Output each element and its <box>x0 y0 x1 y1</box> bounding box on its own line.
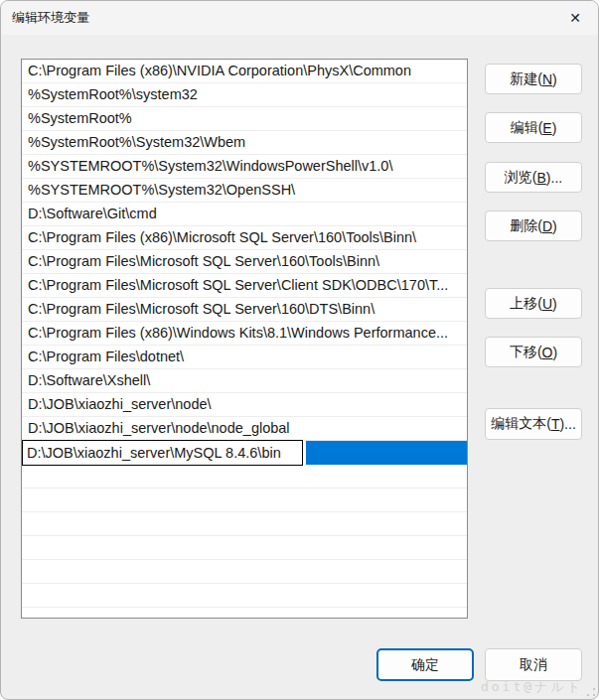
path-list[interactable]: C:\Program Files (x86)\NVIDIA Corporatio… <box>21 59 468 619</box>
list-item[interactable]: %SystemRoot%\system32 <box>22 83 467 107</box>
list-item[interactable]: %SystemRoot%\System32\Wbem <box>22 131 467 155</box>
button-label: ) <box>552 218 557 234</box>
button-label: 上移( <box>510 295 542 313</box>
button-label: 确定 <box>411 656 439 674</box>
list-item[interactable]: %SYSTEMROOT%\System32\OpenSSH\ <box>22 179 467 203</box>
empty-row <box>22 489 467 512</box>
delete-button[interactable]: 删除(D) <box>485 210 582 241</box>
button-label: 取消 <box>520 656 547 674</box>
button-label: 编辑文本( <box>491 415 551 433</box>
button-label: )... <box>546 170 562 186</box>
empty-row <box>22 512 467 536</box>
list-item[interactable]: C:\Program Files (x86)\Windows Kits\8.1\… <box>22 322 467 346</box>
move-down-button[interactable]: 下移(O) <box>485 337 582 367</box>
list-item[interactable]: C:\Program Files\Microsoft SQL Server\Cl… <box>22 274 467 298</box>
browse-button[interactable]: 浏览(B)... <box>485 162 582 193</box>
list-item[interactable]: C:\Program Files (x86)\Microsoft SQL Ser… <box>22 226 467 250</box>
list-item[interactable]: C:\Program Files (x86)\NVIDIA Corporatio… <box>22 60 467 83</box>
move-up-button[interactable]: 上移(U) <box>485 288 582 319</box>
title-bar: 编辑环境变量 <box>1 1 598 35</box>
cancel-button[interactable]: 取消 <box>485 648 582 681</box>
list-item[interactable]: D:\Software\Git\cmd <box>22 203 467 226</box>
button-label: ) <box>552 345 557 360</box>
selection-highlight <box>306 441 467 465</box>
access-key: N <box>542 71 552 87</box>
button-label: ) <box>552 296 557 312</box>
access-key: D <box>542 218 552 234</box>
path-edit-input[interactable] <box>22 440 303 466</box>
button-label: ) <box>552 120 557 136</box>
button-label: )... <box>559 416 575 432</box>
button-label: 编辑( <box>511 119 543 137</box>
new-button[interactable]: 新建(N) <box>485 64 582 94</box>
list-item[interactable]: D:\Software\Xshell\ <box>22 369 467 393</box>
close-button[interactable]: ✕ <box>552 1 598 34</box>
watermark: doit@ナルト <box>481 678 583 696</box>
button-label: 删除( <box>510 217 542 235</box>
empty-row <box>22 465 467 489</box>
list-item[interactable]: %SystemRoot% <box>22 107 467 131</box>
list-item[interactable]: C:\Program Files\Microsoft SQL Server\16… <box>22 250 467 274</box>
access-key: E <box>542 120 551 136</box>
access-key: U <box>542 296 552 312</box>
resize-grip-icon[interactable] <box>586 687 596 697</box>
empty-row <box>22 584 467 608</box>
button-label: 下移( <box>510 344 542 361</box>
empty-row <box>22 536 467 560</box>
empty-row <box>22 560 467 584</box>
list-item[interactable]: C:\Program Files\dotnet\ <box>22 346 467 369</box>
empty-row <box>22 608 467 619</box>
dialog-title: 编辑环境变量 <box>12 9 89 27</box>
list-item-selected[interactable] <box>22 441 467 465</box>
list-item[interactable]: D:\JOB\xiaozhi_server\node\ <box>22 393 467 417</box>
access-key: T <box>551 416 560 432</box>
list-item[interactable]: %SYSTEMROOT%\System32\WindowsPowerShell\… <box>22 155 467 179</box>
list-item[interactable]: C:\Program Files\Microsoft SQL Server\16… <box>22 298 467 322</box>
edit-button[interactable]: 编辑(E) <box>485 112 582 143</box>
ok-button[interactable]: 确定 <box>376 648 474 681</box>
close-icon: ✕ <box>569 10 581 26</box>
button-label: ) <box>552 71 557 87</box>
access-key: B <box>536 170 545 186</box>
list-item[interactable]: D:\JOB\xiaozhi_server\node\node_global <box>22 417 467 441</box>
button-label: 新建( <box>510 70 542 88</box>
edit-text-button[interactable]: 编辑文本(T)... <box>485 408 582 440</box>
access-key: O <box>542 345 553 360</box>
button-label: 浏览( <box>505 169 537 187</box>
edit-environment-variable-dialog: 编辑环境变量 ✕ C:\Program Files (x86)\NVIDIA C… <box>0 0 599 700</box>
